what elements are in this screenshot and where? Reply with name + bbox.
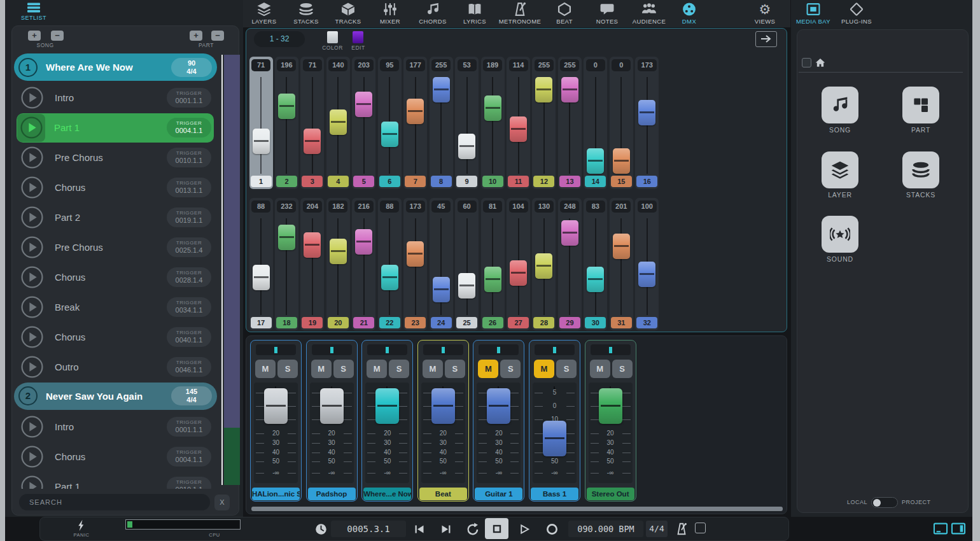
record-button[interactable] bbox=[545, 523, 559, 536]
part-play-button[interactable] bbox=[20, 295, 44, 319]
stop-button[interactable] bbox=[485, 518, 508, 539]
channel-fader-handle[interactable] bbox=[599, 388, 622, 424]
mute-button[interactable]: M bbox=[590, 360, 610, 378]
dmx-fader-handle[interactable] bbox=[253, 129, 270, 154]
local-project-toggle[interactable] bbox=[871, 497, 898, 508]
transport-checkbox[interactable] bbox=[695, 523, 706, 533]
setlist-part-row[interactable]: ChorusTRIGGER0013.1.1 bbox=[17, 173, 214, 202]
home-icon[interactable] bbox=[815, 58, 825, 67]
mixer-scrollbar[interactable] bbox=[251, 507, 783, 511]
dmx-fader-handle[interactable] bbox=[484, 95, 501, 121]
tab-plug-ins[interactable]: PLUG-INS bbox=[830, 2, 883, 25]
setlist-part-row[interactable]: Pre ChorusTRIGGER0010.1.1 bbox=[17, 143, 214, 172]
channel-fader-handle[interactable] bbox=[487, 388, 510, 424]
dmx-fader-handle[interactable] bbox=[561, 220, 578, 246]
solo-button[interactable]: S bbox=[612, 360, 633, 378]
setlist-part-row[interactable]: Part 1TRIGGER0004.1.1 bbox=[17, 113, 214, 143]
dmx-fader-handle[interactable] bbox=[355, 229, 372, 255]
dmx-channel-16[interactable]: 17316 bbox=[635, 57, 659, 189]
dmx-channel-8[interactable]: 2558 bbox=[430, 57, 453, 189]
dmx-channel-9[interactable]: 539 bbox=[455, 57, 479, 189]
part-play-button[interactable] bbox=[20, 355, 44, 379]
dmx-next-page-button[interactable] bbox=[755, 31, 777, 47]
dmx-channel-20[interactable]: 18220 bbox=[326, 198, 350, 330]
panic-icon[interactable] bbox=[77, 519, 86, 531]
dmx-fader-handle[interactable] bbox=[355, 92, 372, 117]
media-tile-sound[interactable] bbox=[822, 216, 858, 253]
dmx-channel-3[interactable]: 713 bbox=[300, 57, 324, 189]
channel-fader-handle[interactable] bbox=[431, 388, 455, 424]
go-to-end-button[interactable] bbox=[439, 523, 453, 535]
dmx-fader-handle[interactable] bbox=[458, 273, 475, 299]
dmx-channel-13[interactable]: 25513 bbox=[558, 57, 582, 189]
dmx-fader-handle[interactable] bbox=[433, 77, 450, 102]
part-play-button[interactable] bbox=[20, 325, 44, 349]
solo-button[interactable]: S bbox=[445, 360, 465, 378]
layout-right-button[interactable] bbox=[951, 523, 966, 535]
media-tile-stacks[interactable] bbox=[902, 151, 939, 188]
dmx-fader-handle[interactable] bbox=[433, 277, 450, 302]
position-display[interactable]: 0005.3.1 bbox=[331, 521, 406, 537]
setlist-part-row[interactable]: Pre ChorusTRIGGER0025.1.4 bbox=[17, 233, 214, 262]
song2-color-strip[interactable] bbox=[224, 428, 240, 485]
tempo-display[interactable]: 090.000 BPM bbox=[568, 521, 643, 537]
tab-setlist[interactable]: SETLIST bbox=[15, 3, 52, 21]
part-play-button[interactable] bbox=[20, 146, 44, 169]
dmx-channel-5[interactable]: 2035 bbox=[352, 57, 375, 189]
channel-fader-handle[interactable] bbox=[543, 421, 566, 456]
dmx-fader-handle[interactable] bbox=[330, 109, 347, 135]
channel-fader-handle[interactable] bbox=[320, 388, 344, 424]
dmx-fader-handle[interactable] bbox=[535, 77, 552, 102]
dmx-channel-4[interactable]: 1404 bbox=[326, 57, 350, 189]
media-filter-checkbox[interactable] bbox=[802, 58, 811, 67]
setlist-part-row[interactable]: ChorusTRIGGER0028.1.4 bbox=[17, 263, 214, 292]
mute-button[interactable]: M bbox=[423, 360, 443, 378]
cycle-button[interactable] bbox=[465, 522, 480, 536]
dmx-fader-handle[interactable] bbox=[535, 253, 552, 279]
solo-button[interactable]: S bbox=[389, 360, 409, 378]
part-play-button[interactable] bbox=[20, 415, 44, 439]
setlist-part-row[interactable]: IntroTRIGGER0001.1.1 bbox=[17, 412, 214, 441]
channel-fader-handle[interactable] bbox=[264, 388, 288, 424]
dmx-channel-27[interactable]: 10427 bbox=[507, 198, 530, 330]
dmx-fader-handle[interactable] bbox=[278, 94, 295, 119]
mute-button[interactable]: M bbox=[311, 360, 332, 378]
dmx-fader-handle[interactable] bbox=[458, 134, 475, 159]
dmx-fader-handle[interactable] bbox=[407, 241, 424, 267]
dmx-channel-14[interactable]: 014 bbox=[584, 57, 607, 189]
dmx-channel-7[interactable]: 1777 bbox=[403, 57, 427, 189]
dmx-fader-handle[interactable] bbox=[278, 225, 295, 250]
clock-icon[interactable] bbox=[315, 523, 327, 535]
setlist-part-row[interactable]: ChorusTRIGGER0040.1.1 bbox=[17, 323, 214, 352]
play-button[interactable] bbox=[517, 523, 531, 536]
dmx-fader-handle[interactable] bbox=[638, 100, 655, 125]
solo-button[interactable]: S bbox=[277, 360, 298, 378]
part-play-button[interactable] bbox=[20, 176, 44, 199]
song1-color-strip[interactable] bbox=[224, 55, 240, 428]
dmx-range-button[interactable]: 1 - 32 bbox=[254, 31, 305, 47]
add-part-button[interactable]: + bbox=[190, 31, 202, 41]
setlist-part-row[interactable]: ChorusTRIGGER0004.1.1 bbox=[17, 442, 214, 471]
tab-dmx[interactable]: DMX bbox=[662, 2, 716, 25]
remove-song-button[interactable]: − bbox=[51, 31, 64, 41]
dmx-channel-11[interactable]: 11411 bbox=[507, 57, 530, 189]
go-to-start-button[interactable] bbox=[412, 523, 426, 535]
metronome-toggle[interactable] bbox=[675, 521, 689, 537]
dmx-channel-23[interactable]: 17323 bbox=[403, 198, 427, 330]
part-play-button[interactable] bbox=[20, 206, 44, 229]
dmx-fader-handle[interactable] bbox=[561, 77, 578, 102]
solo-button[interactable]: S bbox=[333, 360, 354, 378]
dmx-fader-handle[interactable] bbox=[330, 239, 347, 264]
setlist-song-row[interactable]: 2Never Saw You Again1454/4 bbox=[14, 383, 217, 410]
dmx-fader-handle[interactable] bbox=[587, 148, 604, 174]
dmx-channel-21[interactable]: 21621 bbox=[352, 198, 375, 330]
layout-left-button[interactable] bbox=[933, 523, 948, 535]
part-play-button[interactable] bbox=[20, 235, 44, 259]
edit-swatch[interactable] bbox=[353, 31, 363, 43]
mute-button[interactable]: M bbox=[478, 360, 498, 378]
media-tile-song[interactable] bbox=[822, 87, 858, 123]
dmx-fader-handle[interactable] bbox=[304, 232, 321, 258]
dmx-fader-handle[interactable] bbox=[587, 267, 604, 292]
dmx-channel-10[interactable]: 18910 bbox=[481, 57, 505, 189]
solo-button[interactable]: S bbox=[556, 360, 577, 378]
